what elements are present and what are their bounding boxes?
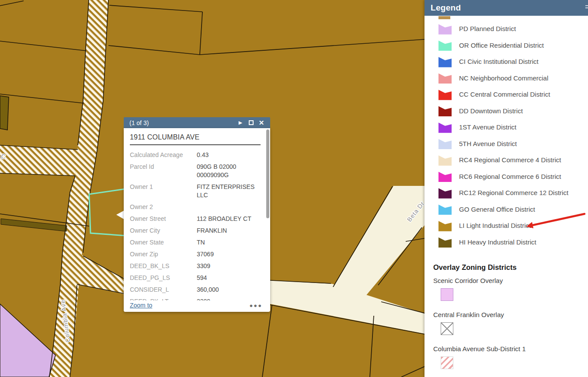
legend-item[interactable]: 5TH Avenue District [424,136,588,152]
zoom-to-link[interactable]: Zoom to [130,302,249,309]
attribute-row: Calculated Acreage 0.43 [130,151,258,159]
attribute-value: 0.43 [197,151,258,159]
attribute-value: TN [197,238,258,247]
legend-header: Legend [424,0,588,16]
district-label: GO General Office District [459,206,535,213]
popup-scrollbar-thumb[interactable] [266,129,269,218]
popup-pager: (1 of 3) [129,119,235,126]
overlay-section-heading: Overlay Zoning Districts [433,263,588,272]
attribute-row: DEED_BK_LS 3309 [130,262,258,270]
close-icon: ✕ [259,119,264,126]
overlay-legend-item: Central Franklin Overlay [424,311,588,335]
legend-item[interactable]: DD Downtown District [424,103,588,119]
district-label: RC6 Regional Commerce 6 District [459,173,561,180]
legend-menu-icon[interactable] [585,5,588,10]
overlay-swatch [441,322,453,335]
popup-title: 1911 COLUMBIA AVE [130,133,261,145]
overlay-swatch [441,356,453,369]
legend-item[interactable]: RC6 Regional Commerce 6 District [424,168,588,185]
heavy-industrial-parcel [0,96,9,130]
maximize-icon [249,120,254,125]
district-swatch [438,220,452,231]
overlay-legend-item: Scenic Corridor Overlay [424,277,588,301]
district-label: HI Heavy Industrial District [459,238,536,246]
attribute-value: 090G B 02000 00009090G [197,163,258,179]
attribute-value: 360,000 [197,286,258,294]
legend-item[interactable]: LI Light Industrial District [424,217,588,234]
overlay-swatch [441,288,453,301]
next-feature-button[interactable]: ▶ [235,117,246,128]
popup-scrollbar[interactable] [266,129,269,311]
legend-title: Legend [431,3,461,13]
district-swatch [438,56,452,67]
app-window: Columbia Ave Beta Dr C (1 of 3) ▶ ✕ 1911… [0,0,588,377]
legend-panel: Legend PD Planned District OR Office Res… [424,0,588,377]
overlay-label: Central Franklin Overlay [433,311,588,318]
attribute-value: FITZ ENTERPRISES LLC [197,183,258,199]
legend-item[interactable]: RC4 Regional Commerce 4 District [424,152,588,168]
district-label: CC Central Commercial District [459,91,550,98]
attribute-value [197,203,258,211]
next-feature-icon: ▶ [239,120,242,125]
district-label: 1ST Avenue District [459,123,516,131]
district-label: RC4 Regional Commerce 4 District [459,156,561,164]
attribute-row: DEED_PG_LS 594 [130,274,258,282]
attribute-row: Owner 2 [130,203,258,211]
side-street-west [0,145,78,176]
district-label: DD Downtown District [459,107,523,115]
overlay-label: Columbia Avenue Sub-District 1 [433,345,588,353]
legend-item[interactable]: CI Civic Institutional District [424,53,588,70]
attribute-row: Owner Zip 37069 [130,250,258,258]
district-swatch [438,171,452,182]
district-swatch [438,122,452,133]
attribute-value: 3309 [197,262,258,270]
attribute-row: Owner State TN [130,238,258,247]
district-swatch [438,154,452,166]
attribute-value: 37069 [197,250,258,258]
popup-footer: Zoom to ●●● [124,300,267,312]
popup-body: 1911 COLUMBIA AVE Calculated Acreage 0.4… [124,128,270,312]
clipped-swatch [438,16,450,19]
attribute-list: Calculated Acreage 0.43 Parcel Id 090G B… [130,151,258,306]
legend-item[interactable]: 1ST Avenue District [424,119,588,136]
attribute-row: CONSIDER_L 360,000 [130,286,258,294]
legend-item[interactable]: HI Heavy Industrial District [424,234,588,251]
legend-item[interactable]: GO General Office District [424,201,588,218]
district-swatch [438,72,452,84]
district-label: 5TH Avenue District [459,140,517,147]
legend-item[interactable]: NC Neighborhood Commercial [424,70,588,87]
attribute-label: CONSIDER_L [130,286,197,294]
attribute-label: Owner Zip [130,250,197,258]
district-swatch [438,203,452,215]
attribute-label: Owner Street [130,215,197,223]
close-button[interactable]: ✕ [256,117,267,128]
overlay-legend-list: Scenic Corridor Overlay Central Franklin… [424,277,588,369]
district-swatch [438,89,452,100]
district-swatch [438,187,452,199]
more-options-icon[interactable]: ●●● [249,302,262,309]
attribute-row: Owner 1 FITZ ENTERPRISES LLC [130,183,258,199]
attribute-row: Owner Street 112 BROADLEY CT [130,215,258,223]
district-swatch [438,23,452,35]
popup-header[interactable]: (1 of 3) ▶ ✕ [124,117,270,128]
attribute-label: Owner 2 [130,203,197,211]
attribute-value: FRANKLIN [197,227,258,235]
attribute-value: 112 BROADLEY CT [197,215,258,223]
legend-item[interactable]: RC12 Regional Commerce 12 District [424,185,588,201]
attribute-label: Owner City [130,227,197,235]
district-label: CI Civic Institutional District [459,58,539,65]
legend-item[interactable]: PD Planned District [424,21,588,37]
attribute-label: Calculated Acreage [130,151,197,159]
maximize-button[interactable] [246,117,256,128]
district-swatch [438,236,452,248]
district-swatch [438,138,452,149]
district-swatch [438,39,452,51]
attribute-label: DEED_PG_LS [130,274,197,282]
district-label: LI Light Industrial District [459,222,531,229]
attribute-label: Owner State [130,238,197,247]
legend-item[interactable]: OR Office Residential District [424,37,588,54]
street-label-partial: C [1,153,7,160]
district-label: NC Neighborhood Commercial [459,74,548,82]
legend-item[interactable]: CC Central Commercial District [424,86,588,103]
attribute-row: Parcel Id 090G B 02000 00009090G [130,163,258,179]
